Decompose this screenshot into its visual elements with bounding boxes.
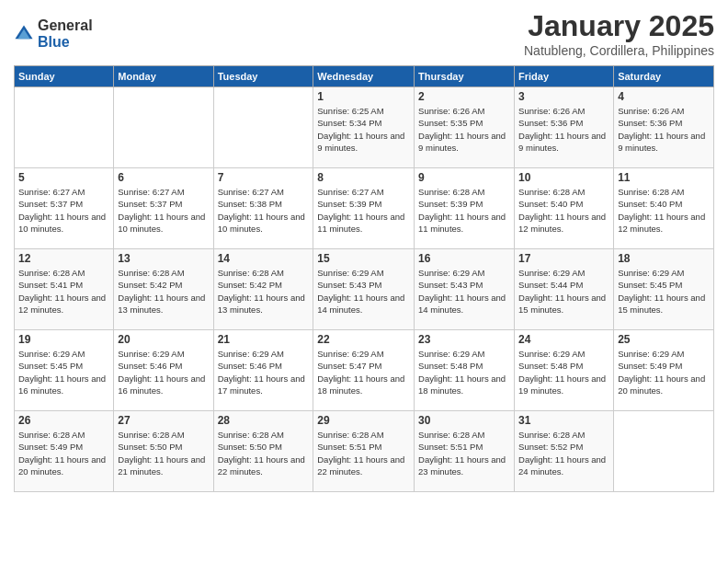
day-number: 20	[118, 333, 209, 346]
calendar-week-1: 1Sunrise: 6:25 AM Sunset: 5:34 PM Daylig…	[15, 87, 714, 168]
day-number: 29	[317, 414, 410, 427]
day-info: Sunrise: 6:28 AM Sunset: 5:52 PM Dayligh…	[518, 429, 609, 477]
calendar-cell-3-6: 25Sunrise: 6:29 AM Sunset: 5:49 PM Dayli…	[614, 330, 714, 411]
day-number: 23	[418, 333, 510, 346]
calendar-table: Sunday Monday Tuesday Wednesday Thursday…	[14, 65, 714, 492]
day-number: 21	[218, 333, 310, 346]
calendar-cell-3-5: 24Sunrise: 6:29 AM Sunset: 5:48 PM Dayli…	[515, 330, 614, 411]
calendar-cell-2-6: 18Sunrise: 6:29 AM Sunset: 5:45 PM Dayli…	[614, 249, 714, 330]
day-info: Sunrise: 6:28 AM Sunset: 5:41 PM Dayligh…	[18, 267, 109, 316]
day-number: 14	[218, 252, 310, 265]
day-number: 12	[18, 252, 109, 265]
calendar-cell-1-3: 8Sunrise: 6:27 AM Sunset: 5:39 PM Daylig…	[313, 168, 415, 249]
col-sunday: Sunday	[15, 66, 114, 87]
day-number: 22	[317, 333, 410, 346]
calendar-cell-1-5: 10Sunrise: 6:28 AM Sunset: 5:40 PM Dayli…	[515, 168, 614, 249]
day-number: 28	[218, 414, 310, 427]
day-number: 3	[518, 90, 609, 103]
day-info: Sunrise: 6:28 AM Sunset: 5:42 PM Dayligh…	[218, 267, 310, 316]
day-number: 10	[518, 171, 609, 184]
day-info: Sunrise: 6:26 AM Sunset: 5:35 PM Dayligh…	[418, 105, 510, 154]
logo: General Blue	[14, 17, 93, 50]
day-info: Sunrise: 6:29 AM Sunset: 5:44 PM Dayligh…	[518, 267, 609, 316]
calendar-cell-1-0: 5Sunrise: 6:27 AM Sunset: 5:37 PM Daylig…	[15, 168, 114, 249]
day-info: Sunrise: 6:28 AM Sunset: 5:40 PM Dayligh…	[618, 186, 710, 235]
calendar-week-4: 19Sunrise: 6:29 AM Sunset: 5:45 PM Dayli…	[15, 330, 714, 411]
location: Natubleng, Cordillera, Philippines	[524, 43, 714, 58]
month-title: January 2025	[524, 9, 714, 43]
calendar-cell-0-1	[114, 87, 213, 168]
day-number: 11	[618, 171, 710, 184]
day-info: Sunrise: 6:27 AM Sunset: 5:38 PM Dayligh…	[218, 186, 310, 235]
calendar-cell-4-1: 27Sunrise: 6:28 AM Sunset: 5:50 PM Dayli…	[114, 411, 213, 492]
day-info: Sunrise: 6:28 AM Sunset: 5:40 PM Dayligh…	[518, 186, 609, 235]
calendar-cell-0-6: 4Sunrise: 6:26 AM Sunset: 5:36 PM Daylig…	[614, 87, 714, 168]
day-info: Sunrise: 6:29 AM Sunset: 5:49 PM Dayligh…	[618, 348, 710, 396]
day-info: Sunrise: 6:29 AM Sunset: 5:48 PM Dayligh…	[418, 348, 510, 396]
calendar-cell-1-1: 6Sunrise: 6:27 AM Sunset: 5:37 PM Daylig…	[114, 168, 213, 249]
day-info: Sunrise: 6:29 AM Sunset: 5:45 PM Dayligh…	[618, 267, 710, 316]
day-info: Sunrise: 6:29 AM Sunset: 5:43 PM Dayligh…	[418, 267, 510, 316]
calendar-cell-4-4: 30Sunrise: 6:28 AM Sunset: 5:51 PM Dayli…	[415, 411, 515, 492]
calendar-cell-0-0	[15, 87, 114, 168]
calendar-cell-1-6: 11Sunrise: 6:28 AM Sunset: 5:40 PM Dayli…	[614, 168, 714, 249]
day-number: 27	[118, 414, 209, 427]
day-number: 9	[418, 171, 510, 184]
day-number: 16	[418, 252, 510, 265]
day-number: 15	[317, 252, 410, 265]
calendar-cell-3-3: 22Sunrise: 6:29 AM Sunset: 5:47 PM Dayli…	[313, 330, 415, 411]
calendar-cell-2-1: 13Sunrise: 6:28 AM Sunset: 5:42 PM Dayli…	[114, 249, 213, 330]
day-number: 2	[418, 90, 510, 103]
day-number: 5	[18, 171, 109, 184]
calendar-cell-3-4: 23Sunrise: 6:29 AM Sunset: 5:48 PM Dayli…	[415, 330, 515, 411]
day-info: Sunrise: 6:28 AM Sunset: 5:51 PM Dayligh…	[317, 429, 410, 477]
day-info: Sunrise: 6:29 AM Sunset: 5:46 PM Dayligh…	[118, 348, 209, 396]
day-number: 24	[518, 333, 609, 346]
calendar-cell-4-0: 26Sunrise: 6:28 AM Sunset: 5:49 PM Dayli…	[15, 411, 114, 492]
day-info: Sunrise: 6:27 AM Sunset: 5:39 PM Dayligh…	[317, 186, 410, 235]
logo-general-text: General	[38, 17, 93, 34]
day-info: Sunrise: 6:25 AM Sunset: 5:34 PM Dayligh…	[317, 105, 410, 154]
day-number: 19	[18, 333, 109, 346]
calendar-cell-4-3: 29Sunrise: 6:28 AM Sunset: 5:51 PM Dayli…	[313, 411, 415, 492]
calendar-cell-0-2	[213, 87, 313, 168]
day-number: 26	[18, 414, 109, 427]
day-info: Sunrise: 6:29 AM Sunset: 5:45 PM Dayligh…	[18, 348, 109, 396]
header: General Blue January 2025 Natubleng, Cor…	[14, 9, 714, 58]
day-number: 25	[618, 333, 710, 346]
col-tuesday: Tuesday	[213, 66, 313, 87]
col-wednesday: Wednesday	[313, 66, 415, 87]
day-info: Sunrise: 6:28 AM Sunset: 5:42 PM Dayligh…	[118, 267, 209, 316]
calendar-cell-2-4: 16Sunrise: 6:29 AM Sunset: 5:43 PM Dayli…	[415, 249, 515, 330]
logo-blue-text: Blue	[38, 34, 93, 51]
col-friday: Friday	[515, 66, 614, 87]
day-info: Sunrise: 6:28 AM Sunset: 5:50 PM Dayligh…	[118, 429, 209, 477]
col-saturday: Saturday	[614, 66, 714, 87]
day-info: Sunrise: 6:26 AM Sunset: 5:36 PM Dayligh…	[518, 105, 609, 154]
calendar-cell-3-2: 21Sunrise: 6:29 AM Sunset: 5:46 PM Dayli…	[213, 330, 313, 411]
day-number: 1	[317, 90, 410, 103]
day-info: Sunrise: 6:27 AM Sunset: 5:37 PM Dayligh…	[118, 186, 209, 235]
calendar-cell-0-3: 1Sunrise: 6:25 AM Sunset: 5:34 PM Daylig…	[313, 87, 415, 168]
calendar-cell-2-0: 12Sunrise: 6:28 AM Sunset: 5:41 PM Dayli…	[15, 249, 114, 330]
logo-text: General Blue	[38, 17, 93, 50]
col-thursday: Thursday	[415, 66, 515, 87]
calendar-cell-2-3: 15Sunrise: 6:29 AM Sunset: 5:43 PM Dayli…	[313, 249, 415, 330]
day-info: Sunrise: 6:27 AM Sunset: 5:37 PM Dayligh…	[18, 186, 109, 235]
day-info: Sunrise: 6:28 AM Sunset: 5:39 PM Dayligh…	[418, 186, 510, 235]
title-section: January 2025 Natubleng, Cordillera, Phil…	[524, 9, 714, 58]
day-info: Sunrise: 6:28 AM Sunset: 5:49 PM Dayligh…	[18, 429, 109, 477]
day-number: 30	[418, 414, 510, 427]
day-number: 4	[618, 90, 710, 103]
day-info: Sunrise: 6:28 AM Sunset: 5:51 PM Dayligh…	[418, 429, 510, 477]
day-number: 8	[317, 171, 410, 184]
calendar-header: Sunday Monday Tuesday Wednesday Thursday…	[15, 66, 714, 87]
calendar-cell-4-5: 31Sunrise: 6:28 AM Sunset: 5:52 PM Dayli…	[515, 411, 614, 492]
page-container: General Blue January 2025 Natubleng, Cor…	[0, 0, 728, 563]
calendar-body: 1Sunrise: 6:25 AM Sunset: 5:34 PM Daylig…	[15, 87, 714, 492]
day-number: 7	[218, 171, 310, 184]
day-info: Sunrise: 6:26 AM Sunset: 5:36 PM Dayligh…	[618, 105, 710, 154]
calendar-week-2: 5Sunrise: 6:27 AM Sunset: 5:37 PM Daylig…	[15, 168, 714, 249]
calendar-cell-0-5: 3Sunrise: 6:26 AM Sunset: 5:36 PM Daylig…	[515, 87, 614, 168]
day-info: Sunrise: 6:29 AM Sunset: 5:48 PM Dayligh…	[518, 348, 609, 396]
